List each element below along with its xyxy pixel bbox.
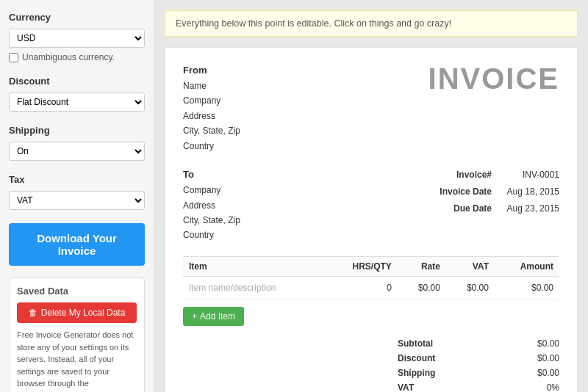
totals-section: Subtotal $0.00 Discount $0.00 Shipping $… (183, 336, 559, 392)
table-header-row: Item HRS/QTY Rate VAT Amount (183, 256, 559, 276)
shipping-label: Shipping (9, 125, 145, 136)
unambiguous-label[interactable]: Unambiguous currency. (9, 52, 145, 62)
tax-select[interactable]: VAT GST None (9, 191, 145, 210)
from-name[interactable]: Name (183, 79, 240, 93)
col-item: Item (183, 256, 324, 276)
from-city[interactable]: City, State, Zip (183, 123, 240, 138)
invoice-meta: To Company Address City, State, Zip Coun… (183, 167, 559, 243)
from-address[interactable]: Address (183, 109, 240, 123)
invoice-date-row: Invoice Date Aug 18, 2015 (440, 184, 559, 200)
to-label: To (183, 167, 240, 183)
due-date-value[interactable]: Aug 23, 2015 (501, 200, 559, 217)
item-description[interactable]: Item name/description (183, 276, 324, 299)
add-item-button[interactable]: + Add Item (183, 307, 244, 326)
plus-icon: + (192, 311, 197, 322)
invoice-header: From Name Company Address City, State, Z… (183, 62, 559, 153)
saved-data-description: Free Invoice Generator does not store an… (17, 329, 137, 392)
vat-total-value[interactable]: 0% (547, 382, 559, 392)
to-section: To Company Address City, State, Zip Coun… (183, 167, 240, 243)
currency-label: Currency (9, 12, 145, 23)
from-country[interactable]: Country (183, 139, 240, 153)
delete-local-data-button[interactable]: 🗑 Delete My Local Data (17, 302, 137, 323)
from-section: From Name Company Address City, State, Z… (183, 62, 240, 153)
tax-section: Tax VAT GST None (9, 174, 145, 210)
invoice-num-row: Invoice# INV-0001 (440, 167, 559, 184)
shipping-row: Shipping $0.00 (398, 366, 559, 380)
discount-total-value[interactable]: $0.00 (537, 353, 559, 363)
discount-select[interactable]: Flat Discount Percentage (9, 92, 145, 112)
to-country[interactable]: Country (183, 228, 240, 242)
item-amount: $0.00 (495, 276, 559, 299)
tax-label: Tax (9, 174, 145, 185)
item-rate[interactable]: $0.00 (398, 276, 446, 299)
download-invoice-button[interactable]: Download Your Invoice (9, 223, 145, 266)
vat-row: VAT 0% (398, 380, 559, 392)
col-vat: VAT (446, 256, 495, 276)
invoice-title: INVOICE (429, 62, 559, 95)
invoice-box: From Name Company Address City, State, Z… (165, 47, 578, 392)
to-company[interactable]: Company (183, 183, 240, 197)
currency-section: Currency USD EUR GBP CAD Unambiguous cur… (9, 12, 145, 62)
saved-data-section: Saved Data 🗑 Delete My Local Data Free I… (9, 277, 145, 392)
to-city[interactable]: City, State, Zip (183, 213, 240, 228)
discount-section: Discount Flat Discount Percentage (9, 76, 145, 112)
shipping-section: Shipping On Off (9, 125, 145, 161)
due-date-row: Due Date Aug 23, 2015 (440, 200, 559, 217)
discount-row: Discount $0.00 (398, 351, 559, 366)
col-hrs-qty: HRS/QTY (324, 256, 398, 276)
totals-table: Subtotal $0.00 Discount $0.00 Shipping $… (398, 336, 559, 392)
item-qty[interactable]: 0 (324, 276, 398, 299)
main-content: Everything below this point is editable.… (154, 0, 588, 392)
shipping-total-value[interactable]: $0.00 (537, 368, 559, 378)
invoice-num-label: Invoice# (456, 167, 492, 184)
from-label: From (183, 62, 240, 79)
subtotal-value: $0.00 (537, 338, 559, 349)
trash-icon: 🗑 (29, 308, 37, 318)
shipping-select[interactable]: On Off (9, 142, 145, 161)
subtotal-row: Subtotal $0.00 (398, 336, 559, 351)
col-rate: Rate (398, 256, 446, 276)
to-address[interactable]: Address (183, 198, 240, 213)
unambiguous-checkbox[interactable] (9, 53, 18, 62)
subtotal-label: Subtotal (398, 338, 433, 349)
item-vat[interactable]: $0.00 (446, 276, 495, 299)
invoice-num-value[interactable]: INV-0001 (501, 167, 559, 184)
shipping-total-label: Shipping (398, 368, 435, 378)
currency-select[interactable]: USD EUR GBP CAD (9, 29, 145, 48)
table-row: Item name/description 0 $0.00 $0.00 $0.0… (183, 276, 559, 299)
from-company[interactable]: Company (183, 93, 240, 108)
invoice-table: Item HRS/QTY Rate VAT Amount Item name/d… (183, 256, 559, 300)
saved-data-title: Saved Data (17, 286, 137, 297)
col-amount: Amount (495, 256, 559, 276)
vat-total-label: VAT (398, 382, 414, 392)
add-item-label: Add Item (200, 311, 235, 322)
notice-bar: Everything below this point is editable.… (165, 10, 578, 37)
invoice-details: Invoice# INV-0001 Invoice Date Aug 18, 2… (440, 167, 559, 243)
discount-label: Discount (9, 76, 145, 87)
notice-text: Everything below this point is editable.… (176, 18, 451, 29)
invoice-date-label: Invoice Date (440, 184, 492, 200)
invoice-date-value[interactable]: Aug 18, 2015 (501, 184, 559, 200)
discount-total-label: Discount (398, 353, 435, 363)
due-date-label: Due Date (453, 200, 492, 217)
sidebar: Currency USD EUR GBP CAD Unambiguous cur… (0, 0, 154, 392)
